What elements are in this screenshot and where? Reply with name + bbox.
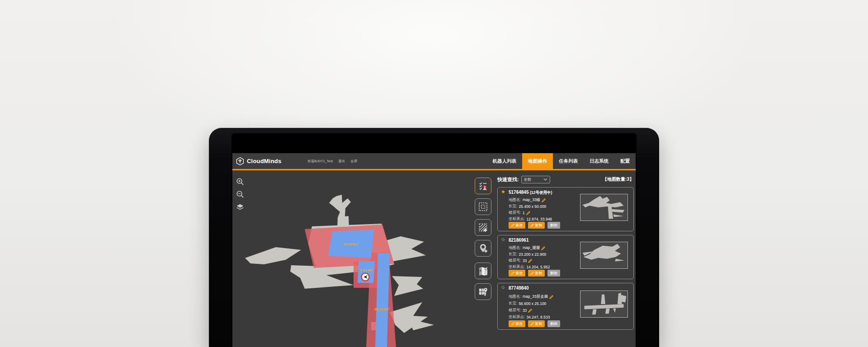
checklist-pin-icon (478, 181, 488, 191)
map-card: ☆ 82186961 地图名: map_腿腿 长宽: 23.200 x 22.9… (497, 235, 634, 279)
pencil-icon (511, 224, 514, 227)
map-marker-tool-button[interactable]: x (475, 263, 491, 279)
card-actions: 修改 复制 删除 (509, 320, 560, 327)
map-list-tool-button[interactable] (475, 178, 491, 194)
layers-icon[interactable] (236, 203, 244, 211)
fullscreen-link[interactable]: 全屏 (350, 159, 357, 164)
map-thumbnail[interactable] (580, 194, 628, 221)
field-row: 地图名: map_33层走廊 (509, 294, 553, 300)
map-id: 51764845 (509, 190, 529, 195)
add-zone-tool-button[interactable] (475, 219, 491, 236)
edit-map-button[interactable]: 修改 (509, 270, 525, 277)
tab-robot-list[interactable]: 机器人列表 (487, 153, 523, 169)
laptop-screen: 40.519m² 8.614m² 80.215m² (231, 133, 637, 347)
pencil-icon (531, 224, 534, 227)
map-card: ★ 51764845 (12号使用中) 地图名: map_33楼 长宽: 25.… (497, 187, 634, 231)
hatched-area-plus-icon (478, 222, 488, 233)
pencil-icon (531, 322, 534, 325)
measure-tool-button[interactable] (475, 198, 491, 215)
quick-search-label: 快速查找: (497, 176, 519, 183)
pin-plus-icon (478, 243, 488, 253)
map-filter-dropdown[interactable]: 全部 (521, 176, 550, 183)
edit-pencil-icon[interactable] (549, 295, 553, 299)
star-icon[interactable]: ★ (501, 189, 505, 195)
edit-map-button[interactable]: 修改 (509, 222, 525, 229)
area-label-2: 8.614m² (360, 268, 373, 272)
pencil-icon (531, 272, 534, 275)
edit-pencil-icon[interactable] (528, 259, 532, 263)
zoom-in-icon[interactable] (236, 178, 244, 186)
top-navbar: CloudMinds 欢迎BJDT2_Test 退出 全屏 机器人列表 地图操作… (232, 153, 636, 170)
map-card: ☆ 87749840 地图名: map_33层走廊 长宽: 56.600 x 2… (497, 283, 634, 330)
delete-map-button[interactable]: 删除 (547, 320, 560, 327)
ruler-area-icon (478, 202, 488, 212)
zoom-out-icon[interactable] (236, 190, 244, 198)
logout-link[interactable]: 退出 (338, 159, 345, 164)
pencil-icon (511, 272, 514, 275)
edit-pencil-icon[interactable] (526, 211, 530, 215)
laptop-frame: 40.519m² 8.614m² 80.215m² (209, 128, 659, 347)
map-card-title: 82186961 (509, 238, 529, 243)
map-filter-value: 全部 (524, 177, 531, 182)
map-upload-icon (478, 286, 488, 297)
nav-tabs: 机器人列表 地图操作 任务列表 日志系统 配置 (487, 153, 636, 169)
map-upload-tool-button[interactable] (475, 283, 491, 300)
card-actions: 修改 复制 删除 (509, 270, 560, 277)
field-row: 坐标原点: 34.247, 8.533 (509, 314, 550, 320)
map-in-use-suffix: (12号使用中) (530, 190, 552, 195)
brand-name: CloudMinds (247, 158, 281, 164)
welcome-text: 欢迎BJDT2_Test (307, 159, 333, 164)
map-id: 82186961 (509, 238, 529, 243)
copy-map-button[interactable]: 复制 (528, 320, 545, 327)
edit-pencil-icon[interactable] (528, 309, 532, 313)
field-row: 长宽: 56.600 x 25.100 (509, 301, 546, 306)
star-icon[interactable]: ☆ (501, 285, 505, 291)
copy-map-button[interactable]: 复制 (528, 270, 545, 277)
map-card-title: 51764845 (12号使用中) (509, 190, 552, 196)
field-row: 地图名: map_33楼 (509, 197, 546, 203)
field-row: 楼层号: 1 (509, 210, 530, 216)
tab-task-list[interactable]: 任务列表 (553, 153, 584, 169)
edit-map-button[interactable]: 修改 (509, 320, 525, 327)
field-row: 长宽: 23.200 x 22.900 (509, 252, 546, 257)
pencil-icon (511, 322, 514, 325)
add-point-tool-button[interactable] (475, 240, 491, 257)
delete-map-button[interactable]: 删除 (547, 270, 560, 277)
cloudminds-logo-icon (236, 157, 245, 166)
copy-map-button[interactable]: 复制 (528, 222, 545, 229)
brand: CloudMinds (232, 157, 281, 166)
tab-map-operation[interactable]: 地图操作 (522, 153, 553, 169)
map-thumbnail[interactable] (580, 291, 628, 318)
map-id: 87749840 (509, 286, 529, 291)
field-row: 楼层号: 33 (509, 308, 532, 313)
user-area: 欢迎BJDT2_Test 退出 全屏 (307, 159, 357, 164)
tab-config[interactable]: 配置 (614, 153, 636, 169)
field-row: 坐标原点: 14.204, 5.952 (509, 264, 550, 270)
map-panel-header: 快速查找: 全部 【地图数量:3】 (497, 174, 634, 184)
area-label-3: 80.215m² (374, 307, 390, 311)
delete-map-button[interactable]: 删除 (547, 222, 560, 229)
area-label-1: 40.519m² (343, 242, 359, 246)
robot-marker[interactable] (362, 273, 369, 281)
edit-pencil-icon[interactable] (542, 198, 546, 202)
field-row: 长宽: 25.400 x 50.000 (509, 204, 546, 209)
folded-map-pin-icon: x (478, 266, 488, 276)
tab-log-system[interactable]: 日志系统 (584, 153, 614, 169)
field-row: 楼层号: 33 (509, 258, 532, 263)
field-row: 坐标原点: 12.874, 33.946 (509, 216, 552, 222)
map-thumbnail[interactable] (580, 242, 628, 269)
field-row: 地图名: map_腿腿 (509, 245, 545, 251)
card-actions: 修改 复制 删除 (509, 222, 560, 229)
edit-pencil-icon[interactable] (541, 246, 545, 250)
chevron-down-icon (543, 178, 547, 181)
map-count-label: 【地图数量:3】 (603, 176, 634, 183)
map-zoom-controls (236, 178, 244, 211)
map-card-title: 87749840 (509, 286, 529, 291)
svg-text:x: x (480, 269, 481, 272)
star-icon[interactable]: ☆ (501, 237, 505, 243)
app-window: 40.519m² 8.614m² 80.215m² (232, 153, 636, 347)
